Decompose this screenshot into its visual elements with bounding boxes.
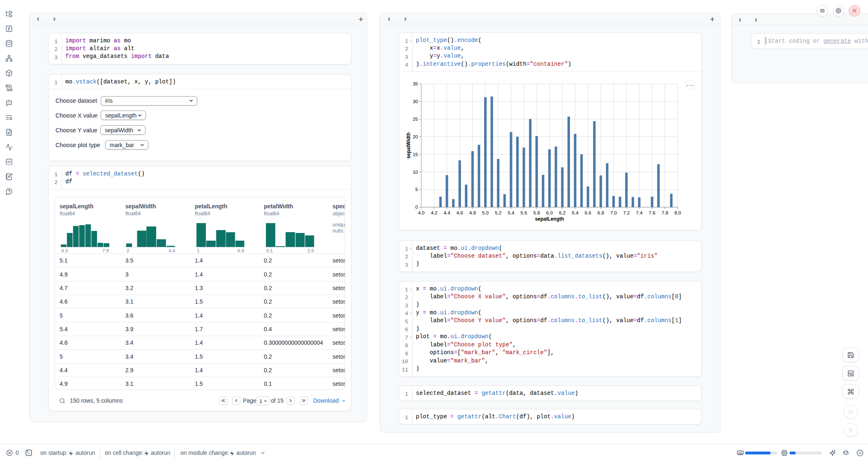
svg-text:4.8: 4.8 — [469, 210, 476, 215]
svg-text:5.0: 5.0 — [482, 210, 489, 215]
svg-text:6.2: 6.2 — [559, 210, 566, 215]
svg-text:5.6: 5.6 — [521, 210, 527, 215]
svg-text:7.2: 7.2 — [623, 210, 630, 215]
svg-text:25: 25 — [413, 117, 418, 122]
svg-text:5.8: 5.8 — [533, 210, 540, 215]
svg-text:35: 35 — [413, 81, 418, 86]
svg-text:5.2: 5.2 — [495, 210, 501, 215]
svg-text:0: 0 — [416, 205, 418, 210]
svg-text:20: 20 — [413, 134, 418, 139]
svg-text:7.6: 7.6 — [649, 210, 656, 215]
svg-text:5: 5 — [416, 187, 418, 192]
svg-text:4.2: 4.2 — [431, 210, 437, 215]
svg-text:7.8: 7.8 — [662, 210, 668, 215]
svg-text:4.6: 4.6 — [457, 210, 463, 215]
svg-text:6.4: 6.4 — [572, 210, 579, 215]
svg-text:4.4: 4.4 — [443, 210, 450, 215]
svg-text:5.4: 5.4 — [508, 210, 515, 215]
svg-text:7.0: 7.0 — [610, 210, 617, 215]
svg-text:6.0: 6.0 — [546, 210, 553, 215]
svg-text:sepalLength: sepalLength — [535, 216, 564, 222]
svg-text:30: 30 — [413, 99, 418, 104]
svg-text:15: 15 — [413, 152, 418, 157]
svg-text:6.8: 6.8 — [598, 210, 604, 215]
svg-text:7.4: 7.4 — [636, 210, 643, 215]
svg-text:8.0: 8.0 — [674, 210, 681, 215]
svg-text:10: 10 — [413, 170, 418, 175]
svg-text:4.0: 4.0 — [418, 210, 425, 215]
svg-text:sepalWidth: sepalWidth — [406, 132, 411, 159]
svg-text:6.6: 6.6 — [585, 210, 591, 215]
